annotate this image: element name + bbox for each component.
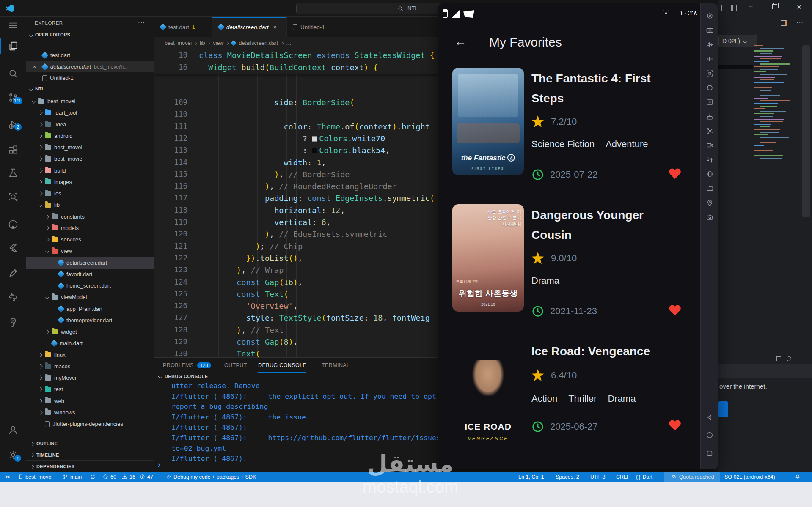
problems-warnings[interactable]: 16 <box>122 472 135 482</box>
status-device[interactable]: SO 02L (android-x64) <box>724 472 775 482</box>
testing-icon[interactable] <box>0 164 26 182</box>
nav-overview-icon[interactable] <box>704 448 715 459</box>
favorite-heart-icon[interactable] <box>669 305 681 317</box>
tree-file-row[interactable]: .flutter-plugins-dependencies <box>26 418 154 430</box>
console-prompt[interactable]: › <box>158 460 160 469</box>
tree-folder-row[interactable]: images <box>26 176 154 188</box>
volume-up-icon[interactable] <box>704 39 715 50</box>
panel-tab-problems[interactable]: PROBLEMS123 <box>163 358 211 373</box>
settings-gear-icon[interactable] <box>0 446 26 464</box>
movie-poster[interactable]: 사촌 오빠에게 이상한 감정이 들기 시작했다! 복잡하게 꼬인 위험한 사촌동… <box>452 204 524 312</box>
breadcrumb[interactable]: best_moveilibviewdetailscreen.dart… <box>165 37 291 49</box>
location-icon[interactable] <box>704 197 715 208</box>
breadcrumb-item[interactable]: detailscreen.dart <box>239 40 278 46</box>
pencil-icon[interactable] <box>0 264 26 282</box>
sidebar-section-dependencies[interactable]: DEPENDENCIES <box>26 460 154 472</box>
panel-tab-terminal[interactable]: TERMINAL <box>322 358 350 373</box>
github-icon[interactable] <box>0 215 26 234</box>
sidebar-section-outline[interactable]: OUTLINE <box>26 438 154 449</box>
workspace-header[interactable]: NTI <box>30 86 43 91</box>
studio-tool-icon[interactable] <box>721 5 727 11</box>
sync-icon[interactable] <box>90 472 96 482</box>
extensions-icon[interactable] <box>0 140 26 159</box>
debug-config[interactable]: Debug my code + packages + SDK <box>166 472 256 482</box>
open-editor-item[interactable]: ×detailscreen.dartbest_movei\li... <box>26 61 154 72</box>
tree-folder-row[interactable]: best_movei <box>26 96 154 107</box>
source-control-icon[interactable] <box>0 88 26 107</box>
sidebar-more-icon[interactable]: ··· <box>138 19 145 25</box>
breadcrumb-item[interactable]: view <box>213 40 223 46</box>
status-encoding[interactable]: UTF-8 <box>590 472 605 482</box>
nav-back-icon[interactable] <box>704 412 715 423</box>
window-minimize-icon[interactable]: – <box>749 2 752 10</box>
remote-icon[interactable]: >< <box>5 472 9 482</box>
panel-tab-debug-console[interactable]: DEBUG CONSOLE <box>258 358 306 373</box>
panel-maximize-icon[interactable] <box>776 356 781 361</box>
account-icon[interactable] <box>0 421 26 439</box>
device-selector-dropdown[interactable]: D 02L) <box>718 35 757 47</box>
close-icon[interactable]: × <box>33 63 36 70</box>
window-close-icon[interactable]: × <box>797 3 801 12</box>
tree-folder-row[interactable]: windows <box>26 407 154 418</box>
tree-folder-row[interactable]: best_movie <box>26 153 154 164</box>
back-arrow-icon[interactable]: ← <box>454 35 467 48</box>
tree-folder-row[interactable]: view <box>26 245 154 257</box>
studio-more-icon[interactable]: ··· <box>796 19 804 25</box>
nav-home-icon[interactable] <box>704 430 715 441</box>
movie-poster[interactable]: the Fantastic 4 FIRST STEPS <box>452 68 524 175</box>
status-language[interactable]: { }Dart <box>636 472 652 482</box>
install-apk-icon[interactable] <box>704 111 715 122</box>
tree-file-row[interactable]: themeprovider.dart <box>26 315 154 326</box>
status-branch[interactable]: main <box>63 472 82 482</box>
favorite-heart-icon[interactable] <box>669 420 681 432</box>
tree-folder-row[interactable]: android <box>26 130 154 142</box>
tree-folder-row[interactable]: macos <box>26 361 154 372</box>
tree-file-row[interactable]: main.dart <box>26 337 154 349</box>
open-editors-header[interactable]: OPEN EDITORS <box>30 32 70 37</box>
remote-search-icon[interactable] <box>0 188 26 207</box>
volume-down-icon[interactable] <box>704 53 715 64</box>
camera-icon[interactable] <box>704 10 715 21</box>
tree-folder-row[interactable]: build <box>26 165 154 176</box>
tree-folder-row[interactable]: viewModel <box>26 291 154 303</box>
breadcrumb-item[interactable]: best_movei <box>165 40 192 46</box>
swap-icon[interactable] <box>704 154 715 165</box>
status-project[interactable]: best_movei <box>18 472 52 482</box>
screenshot-icon[interactable] <box>704 68 715 79</box>
studio-layout-icon[interactable] <box>731 5 737 11</box>
tree-folder-row[interactable]: linux <box>26 349 154 361</box>
record-icon[interactable] <box>704 140 715 151</box>
panel-tab-output[interactable]: OUTPUT <box>224 358 247 373</box>
tree-folder-row[interactable]: best_movei <box>26 142 154 153</box>
tree-file-row[interactable]: detailscreen.dart <box>26 257 154 269</box>
tree-folder-row[interactable]: .idea <box>26 119 154 130</box>
tree-folder-row[interactable]: ios <box>26 188 154 199</box>
tree-folder-row[interactable]: web <box>26 395 154 407</box>
status-spaces[interactable]: Spaces: 2 <box>556 472 579 482</box>
tree-folder-row[interactable]: lib <box>26 199 154 211</box>
studio-blue-button[interactable] <box>718 401 728 417</box>
status-ln-col[interactable]: Ln 1, Col 1 <box>518 472 544 482</box>
tree-file-row[interactable]: app_Prain.dart <box>26 303 154 315</box>
tree-folder-row[interactable]: services <box>26 234 154 245</box>
device-layers-icon[interactable] <box>704 168 715 179</box>
movie-poster[interactable]: ICE ROAD VENGEANCE <box>452 340 524 448</box>
sidebar-section-timeline[interactable]: TIMELINE <box>26 449 154 460</box>
tree-folder-row[interactable]: .dart_tool <box>26 107 154 118</box>
keyboard-icon[interactable] <box>704 25 715 36</box>
notifications-bell-icon[interactable] <box>795 472 801 482</box>
debug-console-output[interactable]: utter release. RemoveI/flutter ( 4867): … <box>154 382 438 466</box>
debug-console-section[interactable]: DEBUG CONSOLE <box>159 374 208 379</box>
test-tree-icon[interactable] <box>0 313 26 332</box>
problems-errors[interactable]: 60 <box>103 472 116 482</box>
breadcrumb-item[interactable]: lib <box>200 40 205 46</box>
add-window-icon[interactable] <box>704 96 715 107</box>
tree-folder-row[interactable]: widget <box>26 326 154 337</box>
tree-folder-row[interactable]: models <box>26 222 154 234</box>
window-restore-icon[interactable] <box>772 4 777 9</box>
tree-file-row[interactable]: home_screen.dart <box>26 280 154 291</box>
rotate-icon[interactable] <box>704 82 715 93</box>
snapshot-icon[interactable] <box>704 211 715 222</box>
studio-scrollbar[interactable] <box>802 45 810 217</box>
status-eol[interactable]: CRLF <box>616 472 630 482</box>
